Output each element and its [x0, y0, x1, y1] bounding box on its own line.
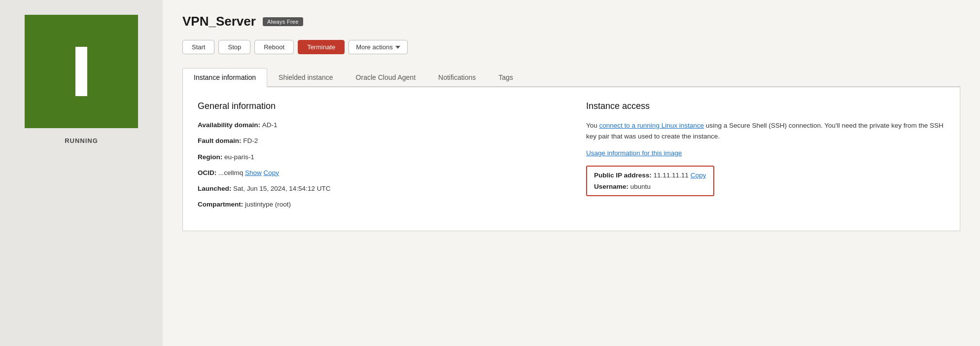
instance-title: VPN_Server	[182, 14, 256, 29]
ocid-copy-link[interactable]: Copy	[264, 169, 280, 176]
ocid-label: OCID:	[198, 169, 218, 176]
public-ip-value: 11.11.11.11	[654, 172, 689, 179]
tab-instance-information[interactable]: Instance information	[182, 68, 267, 87]
start-button[interactable]: Start	[182, 40, 214, 54]
tab-oracle-cloud-agent[interactable]: Oracle Cloud Agent	[345, 68, 427, 87]
ocid-value: ...cellmq	[218, 169, 243, 176]
always-free-badge: Always Free	[263, 17, 303, 26]
availability-domain-row: Availability domain: AD-1	[198, 120, 557, 130]
fault-domain-row: Fault domain: FD-2	[198, 136, 557, 146]
public-ip-copy-link[interactable]: Copy	[691, 172, 706, 179]
general-info-section: General information Availability domain:…	[198, 101, 557, 216]
region-row: Region: eu-paris-1	[198, 152, 557, 162]
launched-label: Launched:	[198, 185, 233, 192]
reboot-button[interactable]: Reboot	[254, 40, 294, 54]
launched-row: Launched: Sat, Jun 15, 2024, 14:54:12 UT…	[198, 184, 557, 194]
tabs-row: Instance information Shielded instance O…	[182, 68, 960, 87]
more-actions-label: More actions	[356, 43, 392, 51]
username-value: ubuntu	[630, 183, 651, 190]
ip-info-box: Public IP address: 11.11.11.11 Copy User…	[586, 166, 714, 196]
tab-shielded-instance[interactable]: Shielded instance	[267, 68, 345, 87]
ocid-row: OCID: ...cellmq Show Copy	[198, 168, 557, 178]
instance-access-section: Instance access You connect to a running…	[586, 101, 945, 216]
ocid-show-link[interactable]: Show	[245, 169, 262, 176]
compartment-label: Compartment:	[198, 201, 245, 208]
access-description: You connect to a running Linux instance …	[586, 120, 945, 141]
instance-icon-bar	[75, 47, 87, 96]
instance-status: RUNNING	[65, 137, 98, 144]
availability-domain-value: AD-1	[262, 121, 278, 129]
compartment-row: Compartment: justintype (root)	[198, 200, 557, 209]
access-desc-before-link: You	[586, 122, 599, 129]
chevron-down-icon	[395, 46, 400, 49]
stop-button[interactable]: Stop	[218, 40, 250, 54]
public-ip-row: Public IP address: 11.11.11.11 Copy	[594, 172, 706, 179]
left-panel: RUNNING	[0, 0, 163, 346]
instance-access-title: Instance access	[586, 101, 945, 111]
public-ip-label: Public IP address:	[594, 172, 652, 179]
username-label: Username:	[594, 183, 629, 190]
compartment-value: justintype (root)	[245, 201, 291, 208]
availability-domain-label: Availability domain:	[198, 121, 262, 129]
connect-to-instance-link[interactable]: connect to a running Linux instance	[599, 122, 704, 129]
tab-content: General information Availability domain:…	[182, 87, 960, 231]
general-info-title: General information	[198, 101, 557, 111]
username-row: Username: ubuntu	[594, 183, 706, 190]
instance-icon	[25, 15, 138, 128]
tab-tags[interactable]: Tags	[487, 68, 525, 87]
fault-domain-label: Fault domain:	[198, 137, 243, 144]
fault-domain-value: FD-2	[243, 137, 258, 144]
actions-row: Start Stop Reboot Terminate More actions	[182, 40, 960, 54]
more-actions-button[interactable]: More actions	[349, 40, 407, 54]
region-label: Region:	[198, 153, 224, 161]
main-panel: VPN_Server Always Free Start Stop Reboot…	[163, 0, 980, 346]
terminate-button[interactable]: Terminate	[298, 40, 345, 54]
region-value: eu-paris-1	[224, 153, 254, 161]
launched-value: Sat, Jun 15, 2024, 14:54:12 UTC	[233, 185, 330, 192]
usage-information-link[interactable]: Usage information for this image	[586, 149, 682, 157]
usage-link-row: Usage information for this image	[586, 149, 945, 157]
header-row: VPN_Server Always Free	[182, 14, 960, 29]
tab-notifications[interactable]: Notifications	[427, 68, 487, 87]
